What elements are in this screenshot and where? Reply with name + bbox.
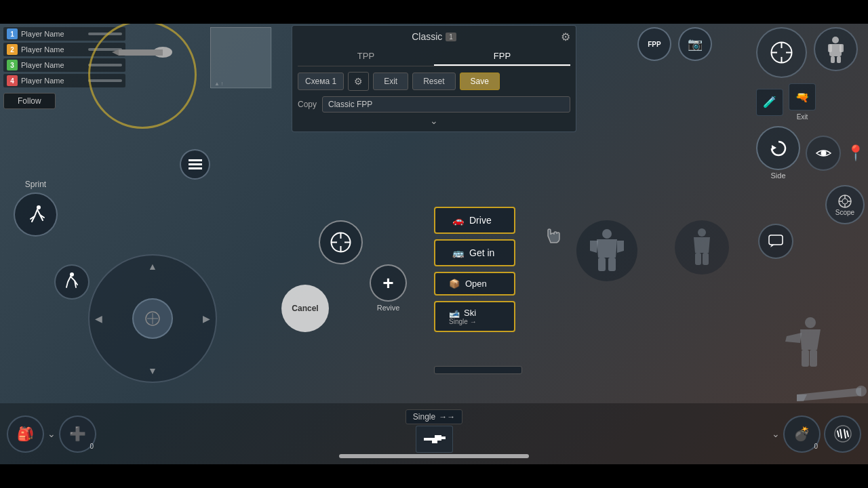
ski-icon: 🎿 [449,308,460,318]
get-in-button[interactable]: 🚌 Get in [434,239,515,266]
grenade-button[interactable]: 💣 0 [783,415,821,453]
ammo-icon [833,424,852,443]
bottom-chevron-left[interactable]: ⌄ [47,428,56,439]
camera-button[interactable]: 📷 [678,27,712,61]
center-crosshair-icon [329,230,353,254]
right-top-row [756,27,865,78]
panel-title: Classic [412,31,442,42]
sprint-button[interactable] [14,192,58,237]
copy-label: Copy [298,100,317,109]
chat-button[interactable] [758,224,793,259]
svg-rect-7 [189,167,202,169]
list-icon [189,159,202,170]
get-in-label: Get in [469,247,494,258]
schema-button[interactable]: Схема 1 [298,73,344,90]
svg-rect-40 [598,258,606,271]
ammo-bar [339,454,529,458]
right-items-row: 🧪 🔫 Exit [756,83,865,121]
copy-input[interactable] [322,96,570,113]
open-button[interactable]: 📦 Open [434,272,515,296]
svg-point-30 [70,272,74,277]
joystick-inner[interactable] [132,298,173,339]
tab-fpp[interactable]: FPP [434,47,570,66]
svg-rect-41 [608,258,616,271]
weapon-slot-pistol[interactable] [416,426,453,453]
joystick-area[interactable]: ▲ ▼ ◀ ▶ [88,254,224,390]
svg-point-13 [832,37,839,43]
svg-rect-43 [695,253,701,265]
ski-button[interactable]: 🎿 Ski Single → [434,301,515,332]
eye-button[interactable] [806,136,841,171]
settings-small-button[interactable]: ⚙ [348,72,369,91]
ski-main-row: 🎿 Ski [449,308,476,318]
svg-marker-2 [112,49,119,56]
svg-rect-17 [831,56,835,63]
sprint-area: Sprint [14,180,58,237]
player-num-2: 2 [7,44,18,55]
medkit-button[interactable]: ➕ 0 [59,415,96,453]
cancel-button[interactable]: Cancel [281,285,329,332]
chevron-down[interactable]: ⌄ [298,115,570,126]
bottom-chevron-right[interactable]: ⌄ [772,428,780,439]
gold-circle [88,24,197,129]
backpack-button[interactable]: 🎒 [7,415,44,453]
player-name-3: Player Name [21,61,88,69]
panel-badge: 1 [446,33,456,41]
grenade-badge: 0 [814,443,818,450]
follow-button[interactable]: Follow [3,93,56,109]
crosshair-button[interactable] [756,27,807,78]
character-silhouette-1 [576,220,637,281]
soldier-icon [824,36,848,63]
svg-rect-27 [769,235,783,245]
bottom-bar: 🎒 ⌄ ➕ 0 Single →→ [0,403,868,464]
arrow-up-icon: ▲ [148,261,157,272]
exit-right-label: Exit [797,113,808,121]
reset-button[interactable]: Reset [412,73,455,90]
black-bar-top [0,0,868,24]
revive-button[interactable]: + [370,264,407,302]
svg-point-50 [835,426,851,442]
player-name-1: Player Name [21,30,88,38]
center-crosshair-button[interactable] [319,220,363,264]
save-button[interactable]: Save [460,73,500,90]
side-row: Side 📍 [756,126,865,180]
soldier-button[interactable] [814,27,858,71]
character-silhouette-2 [675,220,729,274]
camera-icon: 📷 [688,37,703,52]
side-button[interactable] [756,126,800,170]
copy-row: Copy [298,96,570,113]
weapon-area: Single →→ [100,409,768,458]
ski-label: Ski [464,308,476,318]
location-button[interactable]: 📍 [846,144,865,162]
hand-icon [542,224,566,252]
ski-sub-row: Single → [449,318,477,325]
run-button[interactable] [54,264,90,300]
plus-icon: + [382,272,393,294]
fpp-top-button[interactable]: FPP [637,27,671,61]
svg-rect-1 [119,49,163,56]
panel-settings-icon[interactable]: ⚙ [561,30,570,43]
exit-button[interactable]: Exit [373,73,408,90]
svg-rect-47 [810,350,817,367]
item-button-1[interactable]: 🧪 [756,89,783,116]
fire-mode-panel: Single →→ [406,409,462,424]
item-button-2[interactable]: 🔫 [789,83,816,110]
side-group: Side [756,126,800,180]
ski-sub-label: Single [449,318,468,325]
get-in-icon: 🚌 [452,247,464,258]
scope-button[interactable]: Scope [825,185,865,224]
joystick-outer[interactable]: ▲ ▼ ◀ ▶ [88,254,217,383]
medkit-icon: ➕ [69,426,86,442]
refresh-icon [768,138,789,159]
ammo-button[interactable] [824,415,861,453]
bullet-icon [112,44,173,61]
cancel-label: Cancel [292,304,318,313]
svg-rect-46 [802,350,809,367]
ski-arrows: → [470,318,477,325]
scope-icon [837,194,852,209]
tab-tpp[interactable]: TPP [298,47,434,66]
list-icon-button[interactable] [180,149,210,180]
drive-button[interactable]: 🚗 Drive [434,207,515,234]
scope-label: Scope [835,209,854,216]
arrow-left-icon: ◀ [95,313,102,324]
